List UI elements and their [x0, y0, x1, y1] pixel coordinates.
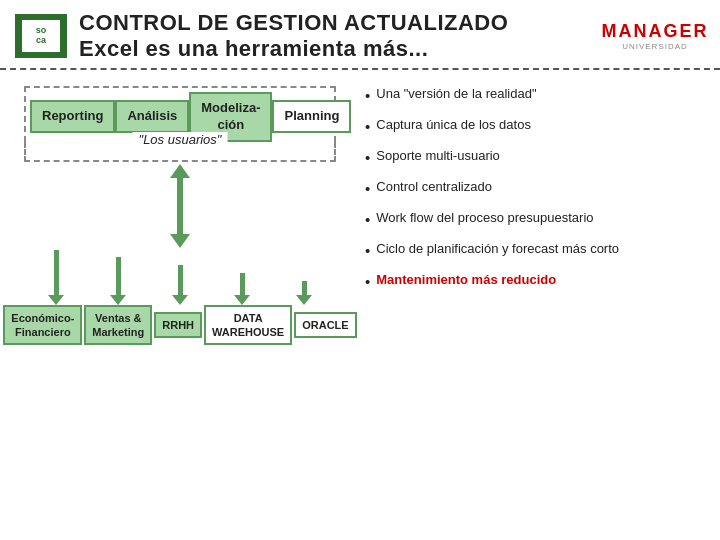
- bullet-text-4: Control centralizado: [376, 178, 705, 196]
- left-panel: Reporting Análisis Modeliza-ción Plannin…: [15, 80, 345, 520]
- bullet-text-2: Captura única de los datos: [376, 116, 705, 134]
- header: so ca CONTROL DE GESTION ACTUALIZADO Exc…: [0, 0, 720, 70]
- arrow-shaft2: [177, 206, 183, 234]
- down-arrows-row: [25, 250, 335, 305]
- arrow-down-head: [170, 234, 190, 248]
- bullet-text-6: Ciclo de planificación y forecast más co…: [376, 240, 705, 258]
- arrow-up-head: [170, 164, 190, 178]
- box-reporting: Reporting: [30, 100, 115, 133]
- bullet-icon-2: •: [365, 116, 370, 137]
- bullet-text-1: Una "versión de la realidad": [376, 85, 705, 103]
- box-planning: Planning: [272, 100, 351, 133]
- right-panel: • Una "versión de la realidad" • Captura…: [345, 80, 705, 520]
- bullet-6: • Ciclo de planificación y forecast más …: [365, 240, 705, 261]
- manager-brand: MANAGER: [602, 21, 709, 42]
- logo-inner: so ca: [22, 20, 60, 52]
- bottom-boxes: Económico-Financiero Ventas &Marketing R…: [3, 305, 356, 346]
- box-ventas: Ventas &Marketing: [84, 305, 152, 346]
- bullet-5: • Work flow del proceso presupuestario: [365, 209, 705, 230]
- bullet-1: • Una "versión de la realidad": [365, 85, 705, 106]
- bullet-4: • Control centralizado: [365, 178, 705, 199]
- manager-subbrand: UNIVERSIDAD: [622, 42, 688, 51]
- bullet-text-7: Mantenimiento más reducido: [376, 271, 705, 289]
- bullet-icon-7: •: [365, 271, 370, 292]
- arrow-data: [234, 273, 250, 305]
- bullet-icon-4: •: [365, 178, 370, 199]
- bullet-icon-6: •: [365, 240, 370, 261]
- header-title1: CONTROL DE GESTION ACTUALIZADO: [79, 10, 605, 36]
- header-title2: Excel es una herramienta más...: [79, 36, 605, 62]
- bullet-7: • Mantenimiento más reducido: [365, 271, 705, 292]
- bullet-icon-1: •: [365, 85, 370, 106]
- box-data-warehouse: DATAWAREHOUSE: [204, 305, 292, 346]
- arrow-rrhh: [172, 265, 188, 305]
- arrow-ventas: [110, 257, 126, 305]
- bullet-3: • Soporte multi-usuario: [365, 147, 705, 168]
- box-economico: Económico-Financiero: [3, 305, 82, 346]
- logo-box: so ca: [15, 14, 67, 58]
- bullet-text-5: Work flow del proceso presupuestario: [376, 209, 705, 227]
- bullet-icon-3: •: [365, 147, 370, 168]
- manager-logo: MANAGER UNIVERSIDAD: [605, 16, 705, 56]
- logo-text-bot: ca: [36, 36, 46, 46]
- bullet-text-3: Soporte multi-usuario: [376, 147, 705, 165]
- bullet-2: • Captura única de los datos: [365, 116, 705, 137]
- box-analisis: Análisis: [115, 100, 189, 133]
- vertical-arrow: [170, 164, 190, 248]
- arrow-economico: [48, 250, 64, 305]
- arrow-oracle: [296, 281, 312, 305]
- usuarios-label: "Los usuarios": [133, 132, 228, 147]
- bullet-icon-5: •: [365, 209, 370, 230]
- arrow-shaft: [177, 178, 183, 206]
- box-rrhh: RRHH: [154, 312, 202, 338]
- main-content: Reporting Análisis Modeliza-ción Plannin…: [0, 70, 720, 530]
- header-titles: CONTROL DE GESTION ACTUALIZADO Excel es …: [79, 10, 605, 62]
